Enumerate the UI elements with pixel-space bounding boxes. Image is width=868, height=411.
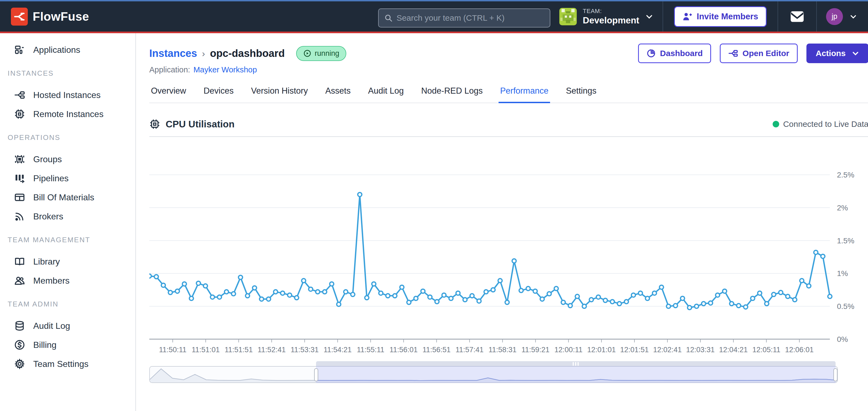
sidebar-item-groups[interactable]: Groups: [0, 150, 135, 169]
live-status-dot: [773, 121, 779, 127]
sidebar-item-applications[interactable]: Applications: [0, 40, 135, 59]
dashboard-button-label: Dashboard: [660, 49, 703, 58]
brush-grip-icon[interactable]: [573, 362, 579, 366]
actions-button-label: Actions: [816, 49, 846, 58]
top-navbar: FlowFuse TEAM: Development Invite Member…: [0, 0, 868, 33]
chevron-down-icon: [851, 49, 859, 57]
brand-name: FlowFuse: [33, 10, 89, 24]
sidebar-item-label: Remote Instances: [33, 109, 103, 119]
mail-icon: [790, 11, 804, 23]
application-label: Application:: [149, 65, 190, 74]
svg-text:12:06:01: 12:06:01: [785, 346, 813, 354]
brush-selection[interactable]: [316, 366, 836, 383]
status-badge: running: [296, 46, 346, 61]
dashboard-button[interactable]: Dashboard: [638, 43, 711, 63]
tab-audit-log[interactable]: Audit Log: [366, 82, 405, 103]
dollar-icon: [14, 339, 25, 350]
breadcrumb-instances-link[interactable]: Instances: [149, 48, 197, 59]
branch-icon: [728, 48, 738, 58]
sidebar-item-label: Pipelines: [33, 173, 69, 183]
tab-assets[interactable]: Assets: [324, 82, 352, 103]
svg-text:2%: 2%: [837, 204, 848, 212]
panel-divider: [149, 136, 868, 137]
breadcrumb-current: opc-dashboard: [210, 48, 285, 59]
sidebar-item-label: Library: [33, 257, 60, 267]
main-content: Instances › opc-dashboard running Dashbo…: [136, 33, 868, 411]
svg-text:12:01:01: 12:01:01: [587, 346, 616, 354]
svg-text:11:56:01: 11:56:01: [390, 346, 417, 354]
user-menu[interactable]: jp: [817, 8, 868, 25]
play-circle-icon: [303, 49, 311, 58]
search-icon: [384, 13, 393, 23]
svg-text:11:57:41: 11:57:41: [456, 346, 484, 354]
nav-divider: [662, 1, 663, 32]
sidebar-item-label: Applications: [33, 45, 81, 55]
team-search[interactable]: [378, 8, 550, 28]
brush-handle-left[interactable]: [314, 368, 318, 381]
sidebar-section-instances: INSTANCES: [0, 69, 135, 77]
tab-bar: Overview Devices Version History Assets …: [149, 82, 868, 103]
sidebar-item-remote-instances[interactable]: Remote Instances: [0, 105, 135, 124]
sidebar-item-audit-log[interactable]: Audit Log: [0, 316, 135, 335]
applications-icon: [14, 44, 25, 55]
sidebar-item-label: Audit Log: [33, 321, 70, 331]
cpu-chart: 0%0.5%1%1.5%2%2.5%11:50:1111:51:0111:51:…: [149, 138, 868, 357]
sidebar-item-team-settings[interactable]: Team Settings: [0, 354, 135, 373]
sidebar-item-label: Bill Of Materials: [33, 193, 94, 203]
pipelines-icon: [14, 173, 25, 184]
tab-settings[interactable]: Settings: [564, 82, 598, 103]
team-name: Development: [583, 15, 639, 26]
svg-text:12:00:11: 12:00:11: [554, 346, 583, 354]
application-link[interactable]: Mayker Workshop: [193, 65, 257, 74]
invite-members-button[interactable]: Invite Members: [674, 6, 767, 27]
users-icon: [14, 275, 25, 286]
flowfuse-logo[interactable]: FlowFuse: [0, 8, 89, 26]
invite-members-label: Invite Members: [696, 12, 758, 22]
cpu-chart-svg: 0%0.5%1%1.5%2%2.5%11:50:1111:51:0111:51:…: [149, 138, 868, 356]
svg-text:11:56:51: 11:56:51: [423, 346, 451, 354]
status-badge-label: running: [315, 49, 339, 58]
team-selector[interactable]: TEAM: Development: [550, 1, 662, 32]
breadcrumb: Instances › opc-dashboard running Dashbo…: [149, 45, 868, 62]
tab-performance[interactable]: Performance: [499, 82, 550, 103]
sidebar-item-hosted-instances[interactable]: Hosted Instances: [0, 85, 135, 105]
panel-title-text: CPU Utilisation: [166, 119, 235, 130]
time-range-brush: [149, 361, 838, 383]
chevron-down-icon: [849, 13, 857, 21]
flowfuse-logo-icon: [11, 8, 28, 26]
book-icon: [14, 256, 25, 267]
actions-button[interactable]: Actions: [806, 43, 868, 63]
tab-devices[interactable]: Devices: [202, 82, 235, 103]
cpu-icon: [149, 119, 160, 130]
svg-text:11:50:11: 11:50:11: [159, 346, 186, 354]
sidebar-item-library[interactable]: Library: [0, 252, 135, 271]
chevron-down-icon: [645, 12, 653, 21]
tab-node-red-logs[interactable]: Node-RED Logs: [420, 82, 485, 103]
sidebar-item-members[interactable]: Members: [0, 271, 135, 290]
tab-overview[interactable]: Overview: [149, 82, 188, 103]
search-input[interactable]: [396, 13, 544, 23]
svg-text:11:51:01: 11:51:01: [191, 346, 220, 354]
chevron-right-icon: ›: [202, 48, 205, 59]
gear-icon: [14, 358, 25, 369]
sidebar-item-label: Billing: [33, 340, 56, 350]
sidebar: Applications INSTANCES Hosted Instances …: [0, 33, 136, 411]
sidebar-section-team-admin: TEAM ADMIN: [0, 300, 135, 308]
notifications-button[interactable]: [778, 11, 816, 23]
open-editor-button[interactable]: Open Editor: [720, 43, 798, 63]
open-editor-button-label: Open Editor: [742, 49, 789, 58]
svg-text:12:02:41: 12:02:41: [653, 346, 682, 354]
svg-text:2.5%: 2.5%: [837, 171, 855, 179]
svg-text:12:03:31: 12:03:31: [686, 346, 715, 354]
sidebar-item-bill-of-materials[interactable]: Bill Of Materials: [0, 188, 135, 207]
tab-version-history[interactable]: Version History: [249, 82, 309, 103]
sidebar-item-pipelines[interactable]: Pipelines: [0, 169, 135, 188]
branch-icon: [14, 90, 25, 100]
sidebar-item-brokers[interactable]: Brokers: [0, 207, 135, 226]
sidebar-item-billing[interactable]: Billing: [0, 335, 135, 354]
brush-handle-right[interactable]: [833, 368, 837, 381]
sidebar-section-team-management: TEAM MANAGEMENT: [0, 235, 135, 244]
sidebar-item-label: Brokers: [33, 211, 63, 221]
pie-chart-icon: [647, 49, 656, 58]
svg-text:11:51:51: 11:51:51: [225, 346, 253, 354]
